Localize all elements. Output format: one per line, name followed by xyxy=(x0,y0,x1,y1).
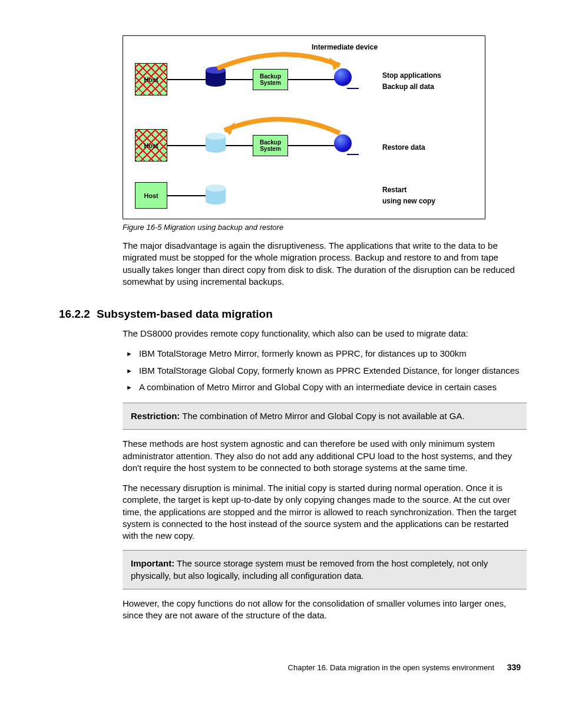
backup-label-2: Backup System xyxy=(253,139,287,152)
host-label-3: Host xyxy=(144,192,158,199)
paragraph-consolidation: However, the copy functions do not allow… xyxy=(123,598,527,622)
page-footer: Chapter 16. Data migration in the open s… xyxy=(59,663,527,672)
connector-line xyxy=(288,79,335,80)
intermediate-device-label: Intermediate device xyxy=(312,43,378,51)
connector-line xyxy=(288,145,335,146)
cylinder-dark-icon xyxy=(206,67,226,87)
tape-sphere-icon xyxy=(334,68,352,86)
cylinder-light-icon xyxy=(206,185,226,205)
paragraph-intro: The DS8000 provides remote copy function… xyxy=(123,328,527,340)
host-label-2: Host xyxy=(144,142,158,149)
important-label: Important: xyxy=(131,558,174,568)
bullet-list: IBM TotalStorage Metro Mirror, formerly … xyxy=(123,348,527,393)
connector-line xyxy=(226,79,253,80)
backup-data-text: Backup all data xyxy=(382,83,434,91)
section-number: 16.2.2 xyxy=(59,308,97,321)
connector-line xyxy=(226,145,253,146)
footer-chapter: Chapter 16. Data migration in the open s… xyxy=(288,663,494,672)
restriction-text: The combination of Metro Mirror and Glob… xyxy=(180,411,464,421)
figure-16-5: Intermediate device Host Backup System S… xyxy=(123,35,527,232)
stop-apps-text: Stop applications xyxy=(382,71,441,80)
list-item: IBM TotalStorage Global Copy, formerly k… xyxy=(137,365,527,377)
connector-line xyxy=(167,79,206,80)
figure-caption: Figure 16-5 Migration using backup and r… xyxy=(123,223,527,232)
connector-line xyxy=(167,145,206,146)
list-item: A combination of Metro Mirror and Global… xyxy=(137,381,527,393)
svg-marker-1 xyxy=(224,122,235,135)
tape-sphere-icon xyxy=(334,134,352,152)
underline-icon xyxy=(347,88,359,89)
underline-icon xyxy=(347,154,359,155)
backup-system-box-2: Backup System xyxy=(253,135,288,156)
important-box: Important: The source storage system mus… xyxy=(123,550,527,589)
paragraph-disadvantage: The major disadvantage is again the disr… xyxy=(123,240,527,288)
row3-side-text: Restart using new copy xyxy=(382,185,435,207)
figure-box: Intermediate device Host Backup System S… xyxy=(123,35,485,219)
paragraph-disruption: The necessary disruption is minimal. The… xyxy=(123,482,527,542)
host-box-3: Host xyxy=(135,182,167,209)
host-label-1: Host xyxy=(144,76,158,83)
backup-system-box-1: Backup System xyxy=(253,69,288,90)
restart-text: Restart xyxy=(382,186,406,194)
footer-page-number: 339 xyxy=(507,663,521,672)
list-item: IBM TotalStorage Metro Mirror, formerly … xyxy=(137,348,527,360)
host-box-2: Host xyxy=(135,129,167,162)
row2-side-text: Restore data xyxy=(382,142,425,153)
section-title: Subsystem-based data migration xyxy=(97,308,273,320)
svg-marker-0 xyxy=(329,57,340,70)
row1-side-text: Stop applications Backup all data xyxy=(382,70,441,93)
new-copy-text: using new copy xyxy=(382,197,435,205)
restriction-box: Restriction: The combination of Metro Mi… xyxy=(123,403,527,430)
host-box-1: Host xyxy=(135,63,167,95)
important-text: The source storage system must be remove… xyxy=(131,558,488,580)
cylinder-light-icon xyxy=(206,133,226,153)
backup-label-1: Backup System xyxy=(253,73,287,86)
connector-line xyxy=(167,195,206,196)
section-heading: 16.2.2Subsystem-based data migration xyxy=(59,308,527,321)
restriction-label: Restriction: xyxy=(131,411,180,421)
paragraph-agnostic: These methods are host system agnostic a… xyxy=(123,438,527,474)
